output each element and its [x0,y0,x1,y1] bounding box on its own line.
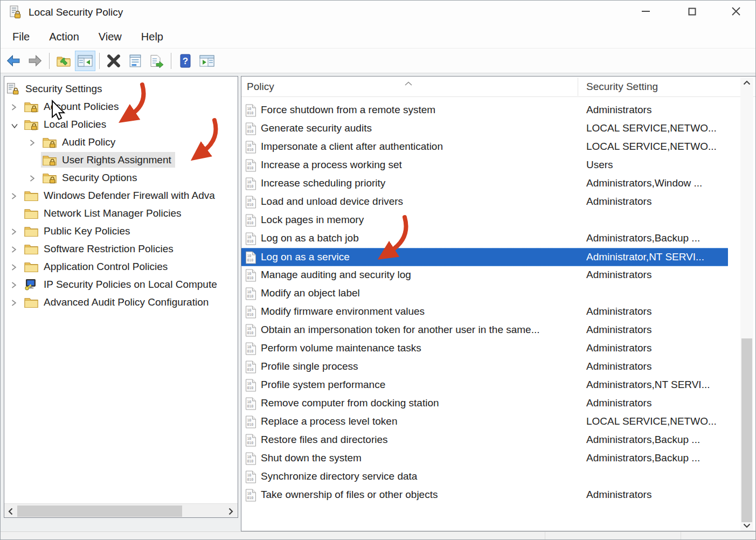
policy-row-take-ownership-of-files-or-other-objects[interactable]: 10010Take ownership of files or other ob… [241,486,728,504]
tree-chip[interactable]: Software Restriction Policies [23,241,177,257]
policy-row-restore-files-and-directories[interactable]: 10010Restore files and directoriesAdmini… [241,431,728,449]
tree-item-security-options[interactable]: Security Options [4,169,238,186]
policy-row-replace-a-process-level-token[interactable]: 10010Replace a process level tokenLOCAL … [241,413,728,431]
policy-name: Increase scheduling priority [261,177,385,189]
tree-item-label: Windows Defender Firewall with Adva [44,188,215,203]
maximize-button[interactable] [679,1,704,22]
policy-name: Lock pages in memory [261,214,364,226]
tree-chip[interactable]: IP Security Policies on Local Compute [23,276,221,292]
policy-row-remove-computer-from-docking-station[interactable]: 10010Remove computer from docking statio… [241,394,728,413]
policy-row-modify-firmware-environment-values[interactable]: 10010Modify firmware environment valuesA… [241,303,728,321]
tree-item-application-control-policies[interactable]: Application Control Policies [4,258,238,275]
chevron-right-icon[interactable] [11,297,20,307]
chevron-right-icon[interactable] [11,226,20,236]
policy-file-icon-wrap: 10010 [245,104,256,120]
policy-name: Manage auditing and security log [261,269,411,281]
policy-row-increase-scheduling-priority[interactable]: 10010Increase scheduling priorityAdminis… [241,175,728,193]
policy-row-synchronize-directory-service-data[interactable]: 10010Synchronize directory service data [241,468,728,486]
scroll-thumb[interactable] [741,338,752,522]
chevron-right-icon[interactable] [11,191,20,200]
policy-name: Impersonate a client after authenticatio… [261,141,443,153]
show-hide-action-pane-button[interactable] [197,51,217,71]
tree-chip[interactable]: Security Options [41,170,141,185]
scroll-thumb[interactable] [17,506,182,517]
policy-row-force-shutdown-from-a-remote-system[interactable]: 10010Force shutdown from a remote system… [241,101,728,120]
column-header-security-setting[interactable]: Security Setting [586,81,658,93]
policy-file-icon: 10010 [245,379,256,392]
tree-item-user-rights-assignment[interactable]: User Rights Assignment [4,151,238,169]
policy-name: Generate security audits [261,122,372,134]
tree-item-windows-defender-firewall-with-adva[interactable]: Windows Defender Firewall with Adva [4,186,238,204]
tree-item-advanced-audit-policy-configuration[interactable]: Advanced Audit Policy Configuration [4,293,238,311]
scroll-left-arrow-icon[interactable] [4,504,16,518]
tree-chip[interactable]: Application Control Policies [23,259,171,274]
tree-horizontal-scrollbar[interactable] [4,503,238,518]
chevron-right-icon[interactable] [29,137,39,147]
close-button[interactable] [724,1,748,22]
scroll-right-arrow-icon[interactable] [225,504,237,518]
chevron-right-icon[interactable] [29,173,39,183]
export-list-button[interactable] [147,51,167,71]
toolbar-separator [99,53,100,69]
tree-item-label: Network List Manager Policies [44,205,182,221]
policy-row-log-on-as-a-batch-job[interactable]: 10010Log on as a batch jobAdministrators… [241,230,728,248]
menu-item-action[interactable]: Action [43,29,86,45]
tree-chip[interactable]: Security Settings [4,81,106,96]
policy-row-modify-an-object-label[interactable]: 10010Modify an object label [241,285,728,303]
policy-row-profile-system-performance[interactable]: 10010Profile system performanceAdministr… [241,376,728,394]
back-button[interactable] [3,51,24,71]
tree-chip[interactable]: Advanced Audit Policy Configuration [23,294,212,310]
policy-row-shut-down-the-system[interactable]: 10010Shut down the systemAdministrators,… [241,449,728,468]
chevron-right-icon[interactable] [11,244,20,254]
chevron-right-icon[interactable] [11,280,20,289]
column-divider[interactable] [578,78,578,96]
minimize-button[interactable] [633,1,658,22]
scroll-up-arrow-icon[interactable] [740,78,753,88]
policy-file-icon: 10010 [245,141,256,154]
tree-chip[interactable]: Local Policies [23,116,110,132]
menu-item-view[interactable]: View [92,29,128,45]
policy-name: Replace a process level token [261,416,397,427]
show-hide-console-tree-button[interactable] [75,51,95,71]
policy-row-generate-security-audits[interactable]: 10010Generate security auditsLOCAL SERVI… [241,120,728,138]
list-vertical-scrollbar[interactable] [740,78,753,531]
policy-row-increase-a-process-working-set[interactable]: 10010Increase a process working setUsers [241,156,728,175]
chevron-right-icon[interactable] [11,262,20,272]
forward-button[interactable] [25,51,45,71]
policy-row-perform-volume-maintenance-tasks[interactable]: 10010Perform volume maintenance tasksAdm… [241,340,728,358]
policy-row-lock-pages-in-memory[interactable]: 10010Lock pages in memory [241,211,728,230]
delete-button[interactable] [103,51,124,71]
security-setting-value: Users [586,159,613,171]
help-button[interactable]: ? [175,51,196,71]
policy-file-icon-wrap: 10010 [245,452,256,468]
tree-item-local-policies[interactable]: Local Policies [4,115,238,133]
menu-item-help[interactable]: Help [135,29,170,45]
tree-item-account-policies[interactable]: Account Policies [4,98,238,115]
tree-chip[interactable]: Windows Defender Firewall with Adva [23,188,219,203]
tree-selected-chip[interactable]: User Rights Assignment [41,152,175,168]
policy-row-log-on-as-a-service[interactable]: 10010Log on as a serviceAdministrator,NT… [241,248,728,266]
tree-chip[interactable]: Network List Manager Policies [23,205,185,221]
tree-item-public-key-policies[interactable]: Public Key Policies [4,222,238,240]
column-header-policy[interactable]: Policy [247,81,274,93]
tree-chip[interactable]: Account Policies [23,99,122,114]
export-list-icon [150,54,164,68]
tree-item-security-settings[interactable]: Security Settings [4,80,238,98]
chevron-down-icon[interactable] [11,120,20,129]
tree-chip[interactable]: Public Key Policies [23,223,134,239]
policy-row-impersonate-a-client-after-authenticatio[interactable]: 10010Impersonate a client after authenti… [241,138,728,156]
policy-row-load-and-unload-device-drivers[interactable]: 10010Load and unload device driversAdmin… [241,193,728,211]
tree-item-audit-policy[interactable]: Audit Policy [4,133,238,151]
scroll-down-arrow-icon[interactable] [740,521,753,531]
policy-row-profile-single-process[interactable]: 10010Profile single processAdministrator… [241,358,728,376]
policy-row-manage-auditing-and-security-log[interactable]: 10010Manage auditing and security logAdm… [241,266,728,285]
tree-chip[interactable]: Audit Policy [41,134,119,150]
tree-item-software-restriction-policies[interactable]: Software Restriction Policies [4,240,238,258]
tree-item-network-list-manager-policies[interactable]: Network List Manager Policies [4,204,238,222]
up-one-level-button[interactable] [53,51,74,71]
menu-item-file[interactable]: File [6,29,36,45]
properties-button[interactable] [125,51,145,71]
tree-item-ip-security-policies-on-local-compute[interactable]: IP Security Policies on Local Compute [4,275,238,293]
chevron-right-icon[interactable] [11,102,20,112]
policy-row-obtain-an-impersonation-token-for-anothe[interactable]: 10010Obtain an impersonation token for a… [241,321,728,340]
